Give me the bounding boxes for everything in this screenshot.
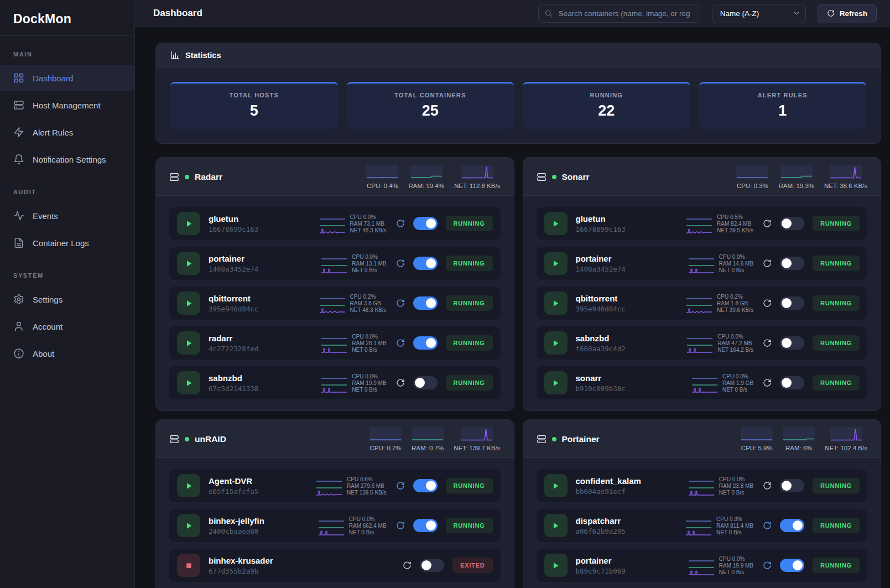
container-cpu-label: CPU 0.5% [717,214,743,220]
container-cpu-label: CPU 0.0% [717,334,743,340]
restart-button[interactable] [763,339,772,347]
host-metric-cpu: CPU: 0.3% [736,165,768,189]
container-net-stat: NET 48.3 KB/s [319,227,387,233]
net-sparkline [321,387,347,393]
sidebar-item-account[interactable]: Account [0,314,134,339]
container-cpu-label: CPU 0.2% [717,294,743,300]
host-name: Radarr [195,172,222,182]
container-cpu-label: CPU 0.0% [722,373,748,379]
ram-sparkline [686,221,712,227]
sidebar-item-settings[interactable]: Settings [0,287,134,312]
container-state-button[interactable] [177,252,200,275]
restart-button[interactable] [396,521,405,530]
main-scroll-area: Statistics TOTAL HOSTS5TOTAL CONTAINERS2… [135,27,890,588]
container-cpu-stat: CPU 0.0% [319,214,387,220]
container-state-button[interactable] [544,331,568,355]
sort-select[interactable]: Name (A-Z) [712,4,806,23]
restart-button[interactable] [403,561,412,570]
container-state-button[interactable] [544,292,568,315]
container-state-button[interactable] [177,292,200,315]
status-badge: RUNNING [813,216,860,231]
container-ram-label: RAM 1.9 GB [722,380,753,386]
container-state-button[interactable] [177,331,200,355]
sidebar-item-alert-rules[interactable]: Alert Rules [0,119,134,145]
grid-icon [13,72,24,84]
net-sparkline [321,347,347,353]
container-stats: CPU 0.0%RAM 14.6 MBNET 0 B/s [688,254,753,273]
container-state-button[interactable] [544,252,568,275]
auto-restart-toggle[interactable] [780,336,804,350]
net-sparkline [830,427,862,441]
cpu-sparkline [366,165,398,179]
play-icon [551,521,560,530]
status-badge: RUNNING [446,335,493,351]
sidebar-item-events[interactable]: Events [0,203,134,228]
net-sparkline [691,387,718,393]
auto-restart-toggle[interactable] [413,296,438,310]
ram-sparkline [316,483,342,489]
container-info: gluetun16678699c163 [209,214,311,233]
search-input[interactable] [538,4,700,23]
container-ram-stat: RAM 3.8 GB [319,300,387,306]
toggle-knob [426,298,436,308]
auto-restart-toggle[interactable] [413,479,438,492]
restart-button[interactable] [396,219,405,228]
cpu-sparkline [321,254,347,260]
auto-restart-toggle[interactable] [780,519,804,532]
stat-card-label: RUNNING [528,92,685,98]
restart-button[interactable] [396,481,405,490]
sidebar-item-host-management[interactable]: Host Management [0,92,134,118]
restart-button[interactable] [396,259,405,268]
auto-restart-toggle[interactable] [780,296,804,310]
restart-button[interactable] [763,299,772,308]
container-state-button[interactable] [177,474,200,497]
sidebar-item-container-logs[interactable]: Container Logs [0,230,134,256]
auto-restart-toggle[interactable] [413,336,438,350]
container-cpu-stat: CPU 0.5% [686,214,753,220]
auto-restart-toggle[interactable] [420,559,444,572]
auto-restart-toggle[interactable] [413,519,438,532]
container-ram-stat: RAM 811.4 MB [685,523,753,529]
container-stats: CPU 0.0%RAM 47.2 MBNET 164.2 B/s [686,334,753,353]
container-name: portainer [209,254,313,263]
auto-restart-toggle[interactable] [413,376,438,389]
container-state-button[interactable] [177,514,200,537]
restart-button[interactable] [763,521,772,530]
host-card-unraid: unRAIDCPU: 0.7%RAM: 0.7%NET: 139.7 KB/sA… [155,419,514,588]
container-state-button[interactable] [544,514,568,537]
sidebar-item-about[interactable]: About [0,341,134,366]
auto-restart-toggle[interactable] [780,559,804,572]
server-icon [13,100,24,111]
restart-button[interactable] [763,378,772,387]
container-info: dispatcharra06f62b9a205 [576,516,678,535]
container-id: f660aa39c4d2 [576,345,679,353]
statistics-title: Statistics [185,51,221,60]
container-state-button[interactable] [177,554,200,577]
restart-button[interactable] [763,561,772,570]
container-state-button[interactable] [544,212,568,235]
auto-restart-toggle[interactable] [780,376,804,389]
auto-restart-toggle[interactable] [780,479,804,492]
sidebar-item-dashboard[interactable]: Dashboard [0,65,134,91]
refresh-button[interactable]: Refresh [818,4,877,23]
container-net-label: NET 0 B/s [716,529,741,535]
auto-restart-toggle[interactable] [780,257,804,270]
host-title: Radarr [169,172,222,182]
restart-button[interactable] [396,299,405,308]
ram-sparkline [783,427,815,441]
sidebar-item-notification-settings[interactable]: Notification Settings [0,147,134,172]
container-stats: CPU 0.2%RAM 3.8 GBNET 48.3 KB/s [319,294,387,313]
container-state-button[interactable] [177,212,200,235]
container-state-button[interactable] [544,554,568,577]
restart-button[interactable] [763,481,772,490]
container-state-button[interactable] [177,371,200,394]
restart-button[interactable] [396,378,405,387]
restart-button[interactable] [396,339,405,347]
container-state-button[interactable] [544,371,568,394]
restart-button[interactable] [763,219,772,228]
auto-restart-toggle[interactable] [413,217,438,230]
auto-restart-toggle[interactable] [780,217,804,230]
restart-button[interactable] [763,259,772,268]
auto-restart-toggle[interactable] [413,257,438,270]
container-state-button[interactable] [544,474,568,497]
